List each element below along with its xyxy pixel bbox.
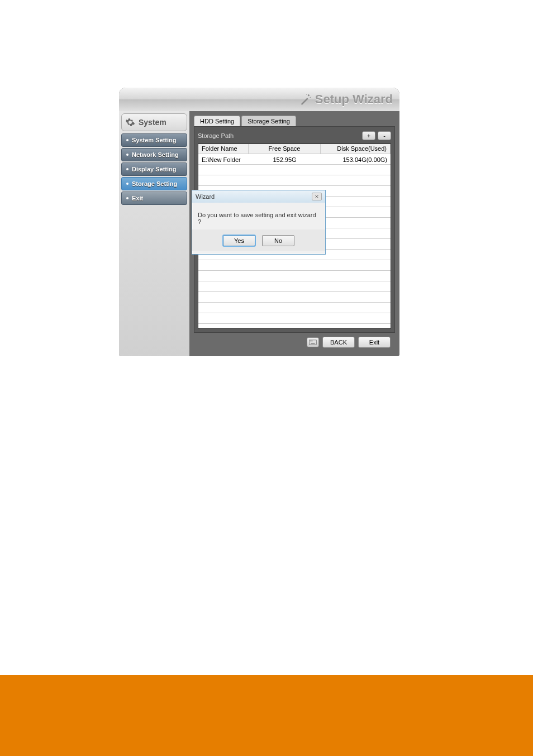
close-x-icon	[315, 194, 319, 199]
close-icon[interactable]	[312, 193, 322, 200]
back-button[interactable]: BACK	[322, 337, 355, 348]
exit-button[interactable]: Exit	[358, 337, 391, 348]
svg-rect-3	[312, 341, 312, 341]
dialog-buttons: Yes No	[192, 229, 325, 251]
sidebar: System System Setting Network Setting Di…	[119, 111, 189, 356]
cell-free: 152.95G	[249, 155, 321, 164]
grid-header: Folder Name Free Space Disk Space(Used)	[198, 144, 391, 154]
add-path-button[interactable]: +	[362, 131, 375, 140]
sidebar-header: System	[121, 113, 187, 131]
sidebar-item-label: Exit	[132, 195, 143, 202]
gear-icon	[125, 117, 135, 127]
svg-rect-2	[311, 341, 312, 341]
wand-icon	[299, 93, 312, 106]
sidebar-item-display-setting[interactable]: Display Setting	[121, 162, 187, 176]
no-button[interactable]: No	[262, 235, 294, 246]
confirm-dialog: Wizard Do you want to save setting and e…	[192, 190, 326, 255]
dialog-message: Do you want to save setting and exit wiz…	[192, 203, 325, 229]
sidebar-item-label: Network Setting	[132, 151, 179, 158]
tabs: HDD Setting Storage Setting	[194, 116, 395, 126]
col-folder-name[interactable]: Folder Name	[198, 144, 249, 154]
page-footer-bar	[0, 675, 533, 756]
svg-rect-4	[311, 343, 315, 343]
sidebar-item-exit[interactable]: Exit	[121, 192, 187, 205]
window-title-text: Setup Wizard	[315, 92, 393, 107]
dialog-title-bar: Wizard	[192, 190, 325, 203]
sidebar-item-label: Storage Setting	[132, 180, 177, 187]
keyboard-icon[interactable]	[307, 337, 319, 347]
col-free-space[interactable]: Free Space	[249, 144, 321, 154]
sidebar-item-network-setting[interactable]: Network Setting	[121, 148, 187, 161]
sidebar-item-storage-setting[interactable]: Storage Setting	[121, 177, 187, 190]
tab-storage-setting[interactable]: Storage Setting	[241, 116, 296, 126]
dialog-title: Wizard	[196, 193, 215, 200]
yes-button[interactable]: Yes	[223, 235, 255, 246]
svg-rect-1	[310, 341, 311, 341]
keyboard-svg-icon	[309, 339, 317, 345]
footer-bar: BACK Exit	[194, 333, 395, 352]
window-title: Setup Wizard	[299, 92, 393, 107]
sidebar-item-system-setting[interactable]: System Setting	[121, 133, 187, 147]
remove-path-button[interactable]: -	[378, 131, 391, 140]
tab-hdd-setting[interactable]: HDD Setting	[194, 116, 240, 126]
title-bar: Setup Wizard	[119, 88, 399, 111]
cell-folder: E:\New Folder	[198, 155, 249, 164]
cell-disk: 153.04G(0.00G)	[321, 155, 391, 164]
sidebar-item-label: Display Setting	[132, 166, 176, 173]
storage-path-row: Storage Path + -	[198, 130, 391, 141]
setup-wizard-window: Setup Wizard System System Setting Netwo…	[119, 88, 399, 356]
col-disk-space[interactable]: Disk Space(Used)	[321, 144, 391, 154]
sidebar-item-label: System Setting	[132, 137, 176, 143]
storage-path-label: Storage Path	[198, 132, 360, 139]
sidebar-header-label: System	[139, 118, 166, 127]
table-row[interactable]: E:\New Folder 152.95G 153.04G(0.00G)	[198, 154, 391, 165]
